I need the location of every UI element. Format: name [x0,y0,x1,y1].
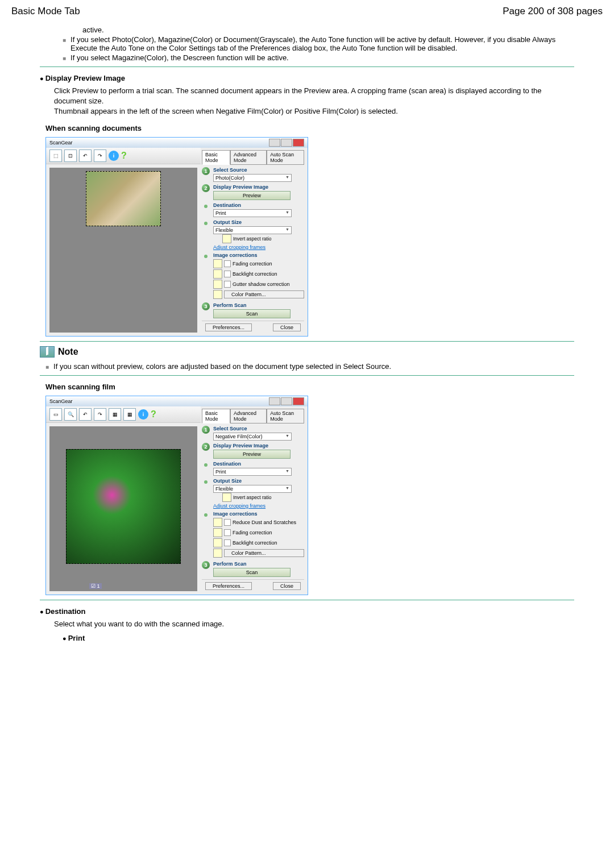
backlight-checkbox[interactable] [224,271,231,277]
body-text: Click Preview to perform a trial scan. T… [54,86,574,117]
color-pattern-button[interactable]: Color Pattern... [224,290,304,298]
preferences-button[interactable]: Preferences... [205,582,252,590]
tab-basic[interactable]: Basic Mode [202,409,230,423]
info-icon[interactable]: i [138,409,148,420]
frame-checkbox[interactable]: ☑ 1 [89,583,102,589]
body-text: Select what you want to do with the scan… [54,619,574,629]
rotate-right-icon[interactable]: ↷ [94,149,106,162]
rotate-left-icon[interactable]: ↶ [79,408,92,421]
grid-icon[interactable]: ▦ [109,408,121,421]
close-button[interactable]: Close [273,323,301,331]
destination-select[interactable]: Print [213,468,292,476]
crop-icon[interactable]: ⬚ [49,149,62,162]
grid2-icon[interactable]: ▦ [123,408,136,421]
adjust-cropping-link[interactable]: Adjust cropping frames [213,503,265,509]
preview-area[interactable]: ☑ 1 [49,426,197,591]
section-title: Destination [40,607,574,616]
header-left: Basic Mode Tab [11,6,80,17]
color-pattern-button[interactable]: Color Pattern... [224,549,304,557]
outputsize-select[interactable]: Flexible [213,226,292,234]
invert-icon[interactable] [222,493,231,502]
fading-icon [213,528,222,537]
note-item: ■If you scan without preview, colors are… [45,362,574,371]
divider [40,341,574,342]
backlight-checkbox[interactable] [224,539,231,546]
tab-auto[interactable]: Auto Scan Mode [267,409,304,423]
note-header: Note [40,346,574,358]
rotate-right-icon[interactable]: ↷ [94,408,106,421]
divider [40,67,574,67]
scan-button[interactable]: Scan [213,309,291,318]
header-right: Page 200 of 308 pages [503,6,603,17]
backlight-icon [213,538,222,547]
continuation-text: active. [82,26,574,34]
window-buttons[interactable] [269,397,304,405]
colorpattern-icon [213,549,222,558]
adjust-cropping-link[interactable]: Adjust cropping frames [213,244,265,250]
preview-button[interactable]: Preview [213,191,291,200]
preferences-button[interactable]: Preferences... [205,323,252,331]
toolbar: ▭ 🔍 ↶ ↷ ▦ ▦ i ? [46,406,201,423]
help-icon[interactable]: ? [151,409,156,420]
backlight-icon [213,269,222,279]
sub-item: Print [63,634,574,642]
dust-icon [213,518,222,527]
destination-select[interactable]: Print [213,209,292,217]
tab-advanced[interactable]: Advanced Mode [230,150,267,165]
zoom-icon[interactable]: 🔍 [64,408,77,421]
subsection-title: When scanning film [45,383,574,391]
help-icon[interactable]: ? [121,151,127,161]
toolbar: ⬚ ⊡ ↶ ↷ i ? [46,148,201,164]
fading-checkbox[interactable] [224,529,231,536]
window-title: ScanGear [49,140,73,146]
invert-icon[interactable] [222,234,231,243]
colorpattern-icon [213,290,222,299]
scangear-screenshot-documents: ScanGear ⬚ ⊡ ↶ ↷ i ? Basic Mode Advanced… [45,137,308,337]
rotate-left-icon[interactable]: ↶ [79,149,92,162]
window-buttons[interactable] [269,139,304,147]
preview-image [86,171,161,226]
section-title: Display Preview Image [40,74,574,82]
preview-button[interactable]: Preview [213,450,291,459]
note-icon [40,346,55,358]
fading-icon [213,259,222,268]
gutter-icon [213,280,222,289]
tab-advanced[interactable]: Advanced Mode [230,409,267,423]
tab-basic[interactable]: Basic Mode [202,150,230,165]
source-select[interactable]: Negative Film(Color) [213,433,292,441]
gutter-checkbox[interactable] [224,281,231,288]
tab-auto[interactable]: Auto Scan Mode [267,150,304,165]
fading-checkbox[interactable] [224,260,231,267]
divider [40,600,574,600]
divider [40,375,574,376]
page-header: Basic Mode Tab Page 200 of 308 pages [11,6,603,17]
thumbnail-icon[interactable]: ▭ [49,408,62,421]
preview-image [66,449,181,564]
source-select[interactable]: Photo(Color) [213,174,292,182]
subsection-title: When scanning documents [45,124,574,132]
outputsize-select[interactable]: Flexible [213,485,292,493]
close-button[interactable]: Close [273,582,301,590]
crop2-icon[interactable]: ⊡ [64,149,77,162]
dust-checkbox[interactable] [224,519,231,526]
window-title: ScanGear [49,398,73,404]
preview-area[interactable] [49,168,197,333]
list-item: ■If you select Magazine(Color), the Desc… [63,53,574,62]
scangear-screenshot-film: ScanGear ▭ 🔍 ↶ ↷ ▦ ▦ i ? ☑ 1 Basic Mode [45,396,308,595]
scan-button[interactable]: Scan [213,568,291,577]
info-icon[interactable]: i [109,151,119,161]
list-item: ■If you select Photo(Color), Magazine(Co… [63,35,574,52]
